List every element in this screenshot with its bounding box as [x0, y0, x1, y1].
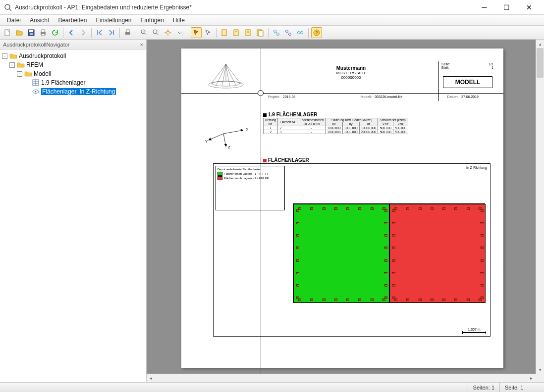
tb-select-icon[interactable]	[191, 27, 202, 38]
graphic-box: Benutzerdefinierte Sichtbarkeiten Fläche…	[213, 163, 490, 337]
tb-dropdown-icon[interactable]	[174, 27, 185, 38]
scroll-left-icon[interactable]: ◂	[147, 374, 155, 382]
tree-toggle-icon[interactable]: −	[9, 62, 15, 68]
tb-zoomout-icon[interactable]: -	[151, 27, 162, 38]
support-symbol-icon	[392, 284, 395, 286]
support-symbol-icon	[358, 298, 361, 300]
tb-next-icon[interactable]	[78, 27, 89, 38]
support-symbol-icon	[430, 298, 433, 300]
support-symbol-icon	[296, 296, 299, 298]
support-symbol-icon	[392, 221, 395, 224]
header-company: Mustermann MUSTERSTADT 000000000	[268, 65, 434, 80]
navigator-close-icon[interactable]: ×	[140, 42, 143, 48]
tb-link1-icon[interactable]	[271, 27, 282, 38]
status-seite: Seite: 1	[499, 383, 544, 392]
slab-2	[389, 204, 486, 303]
tb-prev-icon[interactable]	[66, 27, 77, 38]
scroll-down-icon[interactable]: ▾	[536, 365, 544, 374]
svg-rect-10	[126, 30, 129, 32]
support-symbol-icon	[480, 296, 483, 298]
support-symbol-icon	[370, 207, 373, 209]
menu-einstellungen[interactable]: Einstellungen	[92, 16, 135, 25]
tb-print-icon[interactable]	[38, 27, 49, 38]
minimize-button[interactable]: ─	[473, 0, 495, 15]
support-symbol-icon	[442, 298, 445, 300]
support-symbol-icon	[370, 298, 373, 300]
tree-19-flaechenlager[interactable]: 1.9 Flächenlager	[0, 78, 146, 87]
tree-toggle-icon[interactable]: −	[2, 53, 7, 59]
support-symbol-icon	[296, 259, 299, 261]
tb-cursor-icon[interactable]	[203, 27, 214, 38]
support-symbol-icon	[346, 298, 349, 300]
folder-icon	[9, 52, 17, 60]
close-button[interactable]: ✕	[518, 0, 540, 15]
status-bar: Seiten: 1 Seite: 1	[0, 382, 544, 392]
svg-rect-5	[30, 33, 33, 35]
svg-point-30	[274, 30, 276, 32]
tb-save-icon[interactable]	[26, 27, 37, 38]
support-symbol-icon	[480, 246, 483, 248]
tb-zoomin-icon[interactable]: +	[139, 27, 150, 38]
coordinate-axes: X Y Z	[201, 123, 251, 150]
svg-point-36	[301, 31, 303, 34]
maximize-button[interactable]: ☐	[495, 0, 518, 15]
svg-line-1	[9, 9, 11, 11]
tb-doc1-icon[interactable]	[219, 27, 230, 38]
scroll-right-icon[interactable]: ▸	[527, 374, 536, 382]
tree-modell[interactable]: − Modell	[0, 69, 146, 78]
support-symbol-icon	[384, 246, 387, 248]
tree-toggle-icon[interactable]: −	[17, 71, 22, 77]
tb-link3-icon[interactable]	[295, 27, 306, 38]
tree-flaechenlager-z[interactable]: Flächenlager, In Z-Richtung	[0, 87, 146, 96]
svg-point-17	[166, 31, 169, 34]
menu-bearbeiten[interactable]: Bearbeiten	[54, 16, 91, 25]
menu-datei[interactable]: Datei	[3, 16, 25, 25]
support-symbol-icon	[430, 207, 433, 209]
menu-einfuegen[interactable]: Einfügen	[136, 16, 167, 25]
support-symbol-icon	[454, 207, 457, 209]
menu-hilfe[interactable]: Hilfe	[169, 16, 189, 25]
svg-rect-7	[42, 30, 45, 32]
tb-link2-icon[interactable]	[283, 27, 294, 38]
support-symbol-icon	[406, 207, 409, 209]
tb-first-icon[interactable]	[94, 27, 105, 38]
tb-doc4-icon[interactable]	[255, 27, 266, 38]
tb-doc3-icon[interactable]	[243, 27, 254, 38]
header-node-icon	[258, 90, 264, 96]
scroll-thumb[interactable]	[537, 48, 544, 78]
tb-open-icon[interactable]	[14, 27, 25, 38]
tb-doc2-icon[interactable]	[231, 27, 242, 38]
svg-text:?: ?	[315, 30, 318, 35]
support-symbol-icon	[466, 207, 469, 209]
tb-refresh-icon[interactable]	[50, 27, 60, 38]
menu-bar: Datei Ansicht Bearbeiten Einstellungen E…	[0, 15, 544, 26]
tb-settings-icon[interactable]	[163, 27, 173, 38]
svg-rect-23	[234, 30, 238, 36]
header-logo	[196, 61, 256, 91]
support-symbol-icon	[384, 209, 387, 211]
svg-point-31	[277, 33, 279, 35]
svg-line-32	[276, 32, 277, 33]
menu-ansicht[interactable]: Ansicht	[26, 16, 53, 25]
support-symbol-icon	[392, 271, 395, 274]
horizontal-scrollbar[interactable]: ◂ ▸	[147, 374, 536, 382]
tree-root[interactable]: − Ausdruckprotokoll	[0, 51, 146, 60]
support-symbol-icon	[418, 298, 421, 300]
support-symbol-icon	[442, 207, 445, 209]
support-symbol-icon	[322, 298, 325, 300]
vertical-scrollbar[interactable]: ▴ ▾	[536, 40, 544, 374]
tb-help-icon[interactable]: ?	[311, 27, 322, 38]
header-meta: Projekt:2019-06 Modell:003226-model-file…	[268, 95, 493, 98]
tree-rfem[interactable]: − RFEM	[0, 60, 146, 69]
svg-text:Y: Y	[205, 139, 208, 144]
graphic-slabs	[293, 203, 485, 302]
navigator-tree[interactable]: − Ausdruckprotokoll − RFEM − Modell 1.9 …	[0, 49, 146, 382]
tb-print2-icon[interactable]	[122, 27, 133, 38]
tb-new-icon[interactable]	[2, 27, 13, 38]
section-19-title: 1.9 FLÄCHENLAGER	[263, 112, 317, 117]
tb-last-icon[interactable]	[106, 27, 117, 38]
preview-area[interactable]: Mustermann MUSTERSTADT 000000000 Seite:1…	[147, 40, 544, 382]
support-symbol-icon	[296, 221, 299, 224]
scroll-up-icon[interactable]: ▴	[536, 40, 544, 48]
support-symbol-icon	[466, 298, 469, 300]
